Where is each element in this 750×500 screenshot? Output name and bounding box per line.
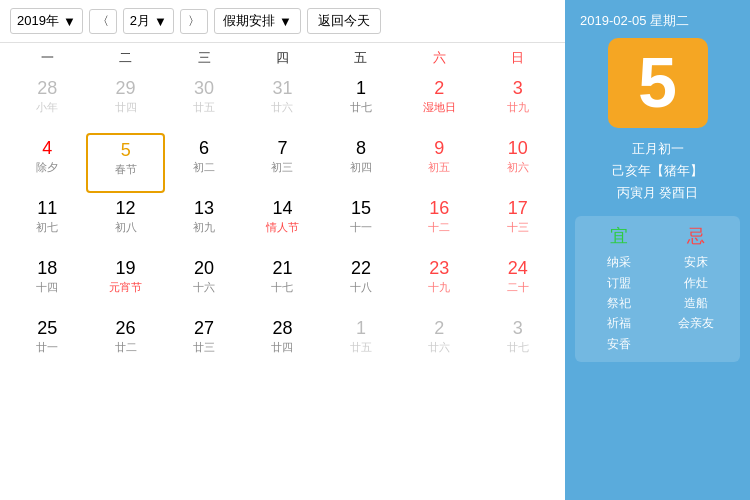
day-number: 21 <box>272 258 292 280</box>
yi-item: 祈福 <box>607 313 631 333</box>
day-lunar: 十八 <box>350 280 372 294</box>
holiday-label: 假期安排 <box>223 12 275 30</box>
day-cell[interactable]: 1廿七 <box>322 73 400 133</box>
day-cell[interactable]: 12初八 <box>86 193 164 253</box>
day-lunar: 初九 <box>193 220 215 234</box>
day-number: 3 <box>513 78 523 100</box>
day-lunar: 春节 <box>115 162 137 176</box>
weekday-sun: 日 <box>479 49 557 67</box>
day-cell[interactable]: 3廿七 <box>479 313 557 373</box>
day-cell[interactable]: 20十六 <box>165 253 243 313</box>
ji-item: 造船 <box>678 293 714 313</box>
day-cell[interactable]: 3廿九 <box>479 73 557 133</box>
day-lunar: 小年 <box>36 100 58 114</box>
ji-item: 作灶 <box>678 273 714 293</box>
day-cell[interactable]: 28廿四 <box>243 313 321 373</box>
calendar-grid: 一 二 三 四 五 六 日 28小年29廿四30廿五31廿六1廿七2湿地日3廿九… <box>0 43 565 500</box>
ji-title: 忌 <box>687 224 705 248</box>
day-lunar: 湿地日 <box>423 100 456 114</box>
day-cell[interactable]: 9初五 <box>400 133 478 193</box>
day-number: 18 <box>37 258 57 280</box>
day-number: 17 <box>508 198 528 220</box>
day-cell[interactable]: 31廿六 <box>243 73 321 133</box>
yi-item: 订盟 <box>607 273 631 293</box>
month-selector[interactable]: 2月 ▼ <box>123 8 174 34</box>
day-number: 1 <box>356 78 366 100</box>
day-lunar: 廿九 <box>507 100 529 114</box>
day-cell[interactable]: 30廿五 <box>165 73 243 133</box>
today-button[interactable]: 返回今天 <box>307 8 381 34</box>
day-number: 13 <box>194 198 214 220</box>
yi-column: 宜 纳采订盟祭祀祈福安香 <box>585 224 653 354</box>
day-number: 30 <box>194 78 214 100</box>
day-lunar: 元宵节 <box>109 280 142 294</box>
day-cell[interactable]: 10初六 <box>479 133 557 193</box>
day-cell[interactable]: 19元宵节 <box>86 253 164 313</box>
day-number: 9 <box>434 138 444 160</box>
day-lunar: 十七 <box>271 280 293 294</box>
day-cell[interactable]: 16十二 <box>400 193 478 253</box>
day-number: 7 <box>277 138 287 160</box>
day-cell[interactable]: 2湿地日 <box>400 73 478 133</box>
day-number: 12 <box>116 198 136 220</box>
day-cell[interactable]: 22十八 <box>322 253 400 313</box>
day-number: 8 <box>356 138 366 160</box>
day-cell[interactable]: 1廿五 <box>322 313 400 373</box>
weekday-sat: 六 <box>400 49 478 67</box>
day-lunar: 初八 <box>115 220 137 234</box>
day-cell[interactable]: 8初四 <box>322 133 400 193</box>
year-dropdown-icon: ▼ <box>63 14 76 29</box>
day-cell[interactable]: 6初二 <box>165 133 243 193</box>
day-cell[interactable]: 27廿三 <box>165 313 243 373</box>
day-cell[interactable]: 25廿一 <box>8 313 86 373</box>
day-number: 22 <box>351 258 371 280</box>
day-number: 14 <box>272 198 292 220</box>
prev-month-button[interactable]: 〈 <box>89 9 117 34</box>
yi-items: 纳采订盟祭祀祈福安香 <box>607 252 631 354</box>
day-lunar: 廿四 <box>115 100 137 114</box>
day-lunar: 廿五 <box>193 100 215 114</box>
day-cell[interactable]: 11初七 <box>8 193 86 253</box>
big-date-box: 5 <box>608 38 708 128</box>
day-lunar: 初六 <box>507 160 529 174</box>
day-cell[interactable]: 29廿四 <box>86 73 164 133</box>
day-cell[interactable]: 4除夕 <box>8 133 86 193</box>
holiday-selector[interactable]: 假期安排 ▼ <box>214 8 301 34</box>
day-number: 2 <box>434 78 444 100</box>
day-lunar: 廿六 <box>271 100 293 114</box>
day-cell[interactable]: 26廿二 <box>86 313 164 373</box>
day-cell[interactable]: 17十三 <box>479 193 557 253</box>
day-lunar: 廿三 <box>193 340 215 354</box>
year-selector[interactable]: 2019年 ▼ <box>10 8 83 34</box>
day-cell[interactable]: 28小年 <box>8 73 86 133</box>
day-cell[interactable]: 13初九 <box>165 193 243 253</box>
weekday-wed: 三 <box>165 49 243 67</box>
day-number: 27 <box>194 318 214 340</box>
next-month-button[interactable]: 〉 <box>180 9 208 34</box>
info-panel: 2019-02-05 星期二 5 正月初一 己亥年【猪年】 丙寅月 癸酉日 宜 … <box>565 0 750 500</box>
day-lunar: 情人节 <box>266 220 299 234</box>
day-cell[interactable]: 21十七 <box>243 253 321 313</box>
day-lunar: 十一 <box>350 220 372 234</box>
day-number: 23 <box>429 258 449 280</box>
day-cell[interactable]: 2廿六 <box>400 313 478 373</box>
ji-item: 安床 <box>678 252 714 272</box>
day-number: 25 <box>37 318 57 340</box>
day-cell[interactable]: 15十一 <box>322 193 400 253</box>
day-lunar: 廿五 <box>350 340 372 354</box>
day-cell[interactable]: 14情人节 <box>243 193 321 253</box>
day-cell[interactable]: 18十四 <box>8 253 86 313</box>
day-lunar: 二十 <box>507 280 529 294</box>
weekday-fri: 五 <box>322 49 400 67</box>
day-cell[interactable]: 5春节 <box>86 133 164 193</box>
day-cell[interactable]: 23十九 <box>400 253 478 313</box>
day-number: 19 <box>116 258 136 280</box>
day-cell[interactable]: 24二十 <box>479 253 557 313</box>
day-lunar: 初二 <box>193 160 215 174</box>
day-cell[interactable]: 7初三 <box>243 133 321 193</box>
day-lunar: 除夕 <box>36 160 58 174</box>
big-date-number: 5 <box>638 48 677 118</box>
day-number: 10 <box>508 138 528 160</box>
day-number: 11 <box>37 198 57 220</box>
info-lunar: 正月初一 己亥年【猪年】 丙寅月 癸酉日 <box>612 138 703 204</box>
